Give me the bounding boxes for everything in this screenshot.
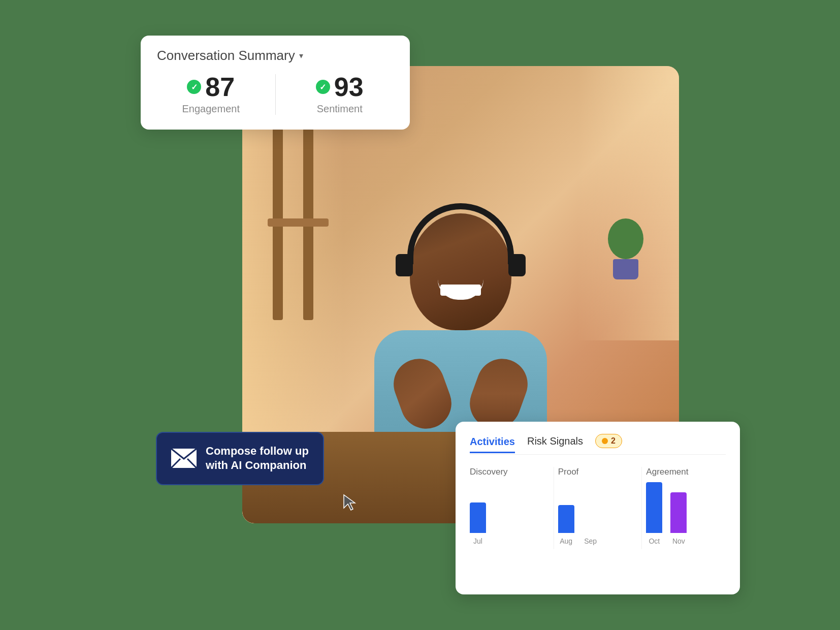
bar-item-jul: Jul (470, 502, 486, 545)
bar-nov (670, 492, 687, 533)
bar-label-jul: Jul (473, 537, 482, 545)
bar-oct (646, 482, 662, 533)
compose-followup-button[interactable]: Compose follow up with AI Companion (156, 432, 324, 485)
hand-left (386, 352, 459, 436)
discovery-label: Discovery (470, 467, 550, 477)
summary-header: Conversation Summary ▾ (157, 48, 394, 64)
discovery-bars: Jul (470, 483, 550, 549)
tab-activities[interactable]: Activities (470, 436, 515, 453)
sentiment-top: ✓ 93 (316, 74, 364, 100)
engagement-label: Engagement (182, 103, 240, 115)
conversation-summary-card: Conversation Summary ▾ ✓ 87 Engagement ✓… (141, 36, 410, 130)
engagement-value: 87 (205, 74, 235, 100)
activities-header: Activities Risk Signals 2 (470, 434, 726, 455)
scene: Conversation Summary ▾ ✓ 87 Engagement ✓… (141, 36, 699, 594)
window-light-right (577, 66, 679, 340)
bar-item-sep: Sep (583, 533, 599, 545)
divider-1 (554, 467, 554, 549)
plant-leaves (608, 218, 643, 259)
divider-2 (641, 467, 642, 549)
bar-label-oct: Oct (649, 537, 660, 545)
dropdown-arrow-icon[interactable]: ▾ (299, 51, 303, 60)
engagement-top: ✓ 87 (187, 74, 235, 100)
compose-text-line2: with AI Companion (206, 459, 306, 471)
agreement-bars: Oct Nov (646, 483, 726, 549)
headset-ear-right (508, 254, 526, 276)
sentiment-label: Sentiment (317, 103, 363, 115)
bar-item-oct: Oct (646, 482, 662, 545)
chart-group-proof: Proof Aug Sep (558, 467, 638, 549)
mail-icon (171, 449, 197, 468)
bar-label-sep: Sep (584, 537, 597, 545)
summary-title: Conversation Summary (157, 48, 295, 64)
shelf (252, 117, 344, 371)
bar-label-aug: Aug (560, 537, 572, 545)
chart-group-agreement: Agreement Oct Nov (646, 467, 726, 549)
proof-bars: Aug Sep (558, 483, 638, 549)
compose-button-text: Compose follow up with AI Companion (206, 444, 309, 473)
plant-pot (613, 259, 638, 279)
risk-badge: 2 (595, 434, 622, 448)
engagement-check-icon: ✓ (187, 80, 201, 94)
engagement-metric: ✓ 87 Engagement (157, 74, 265, 115)
risk-dot-icon (602, 438, 608, 444)
compose-text-line1: Compose follow up (206, 445, 309, 457)
agreement-label: Agreement (646, 467, 726, 477)
sentiment-check-icon: ✓ (316, 80, 330, 94)
bar-item-aug: Aug (558, 505, 574, 545)
sentiment-metric: ✓ 93 Sentiment (286, 74, 394, 115)
person-head (410, 213, 511, 330)
sentiment-value: 93 (334, 74, 364, 100)
bar-jul (470, 502, 486, 533)
chart-group-discovery: Discovery Jul (470, 467, 550, 549)
metrics-divider (275, 74, 276, 115)
summary-metrics: ✓ 87 Engagement ✓ 93 Sentiment (157, 74, 394, 115)
bar-item-nov: Nov (670, 492, 687, 545)
tab-risk-signals[interactable]: Risk Signals (527, 435, 583, 447)
hands (397, 358, 524, 429)
chart-section: Discovery Jul Proof Aug (470, 467, 726, 549)
bar-aug (558, 505, 574, 533)
bar-label-nov: Nov (672, 537, 685, 545)
headset-ear-left (396, 254, 413, 276)
proof-label: Proof (558, 467, 638, 477)
plant (608, 218, 649, 279)
cursor-icon (343, 494, 358, 514)
risk-count: 2 (611, 436, 616, 446)
activities-card: Activities Risk Signals 2 Discovery Jul (456, 422, 740, 594)
shelf-horizontal (268, 218, 329, 227)
teeth (440, 285, 481, 296)
